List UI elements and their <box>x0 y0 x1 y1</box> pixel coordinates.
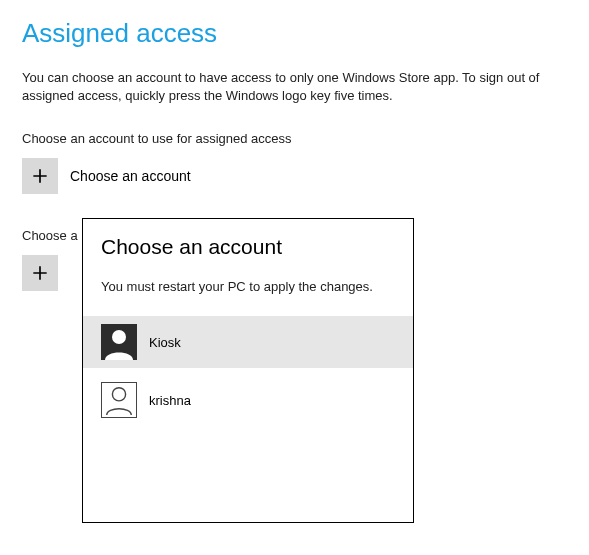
choose-account-popup: Choose an account You must restart your … <box>82 218 414 523</box>
account-name: Kiosk <box>149 335 181 350</box>
account-name: krishna <box>149 393 191 408</box>
section-choose-account-label: Choose an account to use for assigned ac… <box>22 131 567 146</box>
page-description: You can choose an account to have access… <box>22 69 562 105</box>
user-icon <box>101 324 137 360</box>
choose-account-label: Choose an account <box>70 168 191 184</box>
account-item-kiosk[interactable]: Kiosk <box>83 316 413 368</box>
choose-account-plus-button[interactable] <box>22 158 58 194</box>
page-title: Assigned access <box>22 18 567 49</box>
avatar <box>101 382 137 418</box>
svg-point-0 <box>112 330 126 344</box>
plus-icon <box>30 166 50 186</box>
user-icon <box>102 382 136 417</box>
account-item-krishna[interactable]: krishna <box>83 374 413 426</box>
plus-icon <box>30 263 50 283</box>
popup-title: Choose an account <box>83 235 413 259</box>
choose-account-row[interactable]: Choose an account <box>22 158 567 194</box>
popup-subtext: You must restart your PC to apply the ch… <box>83 279 413 294</box>
avatar <box>101 324 137 360</box>
svg-point-1 <box>112 388 125 401</box>
choose-app-plus-button[interactable] <box>22 255 58 291</box>
